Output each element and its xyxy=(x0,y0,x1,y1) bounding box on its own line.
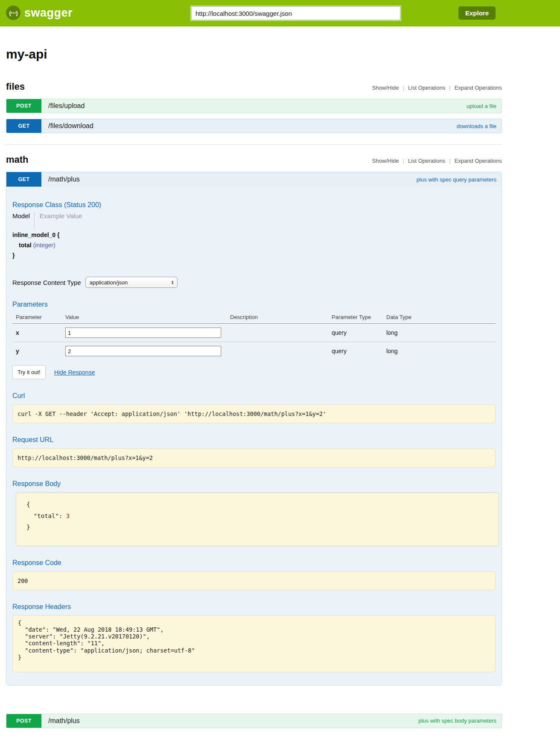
files-expand-operations-link[interactable]: Expand Operations xyxy=(455,85,502,91)
resource-title-math[interactable]: math xyxy=(6,154,29,165)
model-tabs: Model Example Value xyxy=(12,212,496,229)
swagger-brand[interactable]: {⋯} swagger xyxy=(6,6,73,20)
parameters-heading: Parameters xyxy=(12,301,496,308)
try-it-out-row: Try it out! Hide Response xyxy=(12,365,496,379)
operation-row[interactable]: POST /files/upload upload a file xyxy=(6,99,502,113)
col-header-value: Value xyxy=(65,312,230,324)
parameter-type: query xyxy=(332,342,386,360)
response-headers-heading: Response Headers xyxy=(12,603,496,611)
col-header-data-type: Data Type xyxy=(386,312,496,324)
files-list-operations-link[interactable]: List Operations xyxy=(408,85,445,91)
resource-files-head: files Show/Hide|List Operations|Expand O… xyxy=(6,81,502,92)
parameter-x-input[interactable] xyxy=(65,328,221,338)
operation-path[interactable]: /files/download xyxy=(48,122,93,130)
response-body-box: { "total": 3 } xyxy=(16,492,499,546)
link-separator: | xyxy=(449,158,450,164)
response-headers-box: { "date": "Wed, 22 Aug 2018 18:49:13 GMT… xyxy=(12,615,496,672)
response-body-number: 3 xyxy=(66,512,70,519)
col-header-description: Description xyxy=(230,312,332,324)
tab-example-value[interactable]: Example Value xyxy=(34,212,82,229)
property-type: (integer) xyxy=(33,242,55,249)
response-code-box: 200 xyxy=(12,571,496,590)
col-header-parameter-type: Parameter Type xyxy=(332,312,386,324)
spec-url-input[interactable] xyxy=(191,6,400,20)
method-badge-get[interactable]: GET xyxy=(6,172,41,187)
resource-math: math Show/Hide|List Operations|Expand Op… xyxy=(6,144,502,728)
brand-name: swagger xyxy=(24,6,73,20)
response-body-heading: Response Body xyxy=(12,480,496,488)
top-bar: {⋯} swagger Explore xyxy=(0,0,560,26)
parameter-name: x xyxy=(12,324,65,342)
property-name: total xyxy=(19,242,32,249)
resource-files: files Show/Hide|List Operations|Expand O… xyxy=(6,81,502,133)
operation-post-files-upload: POST /files/upload upload a file xyxy=(6,99,502,113)
operation-row[interactable]: POST /math/plus plus with spec body para… xyxy=(6,714,502,728)
operation-post-math-plus: POST /math/plus plus with spec body para… xyxy=(6,714,502,728)
operation-row[interactable]: GET /math/plus plus with spec query para… xyxy=(6,172,502,187)
response-body-text: { "total": xyxy=(26,501,66,519)
operation-expanded-panel: Response Class (Status 200) Model Exampl… xyxy=(6,187,502,685)
try-it-out-button[interactable]: Try it out! xyxy=(12,365,46,379)
parameter-data-type: long xyxy=(386,324,496,342)
parameter-y-input[interactable] xyxy=(65,346,221,356)
request-url-box: http://localhost:3000/math/plus?x=1&y=2 xyxy=(12,448,496,467)
parameter-data-type: long xyxy=(386,342,496,360)
model-name: inline_model_0 { xyxy=(12,231,496,238)
response-content-type-select[interactable]: application/json ▲▼ xyxy=(85,277,178,288)
parameters-header-row: Parameter Value Description Parameter Ty… xyxy=(12,312,496,324)
response-class-heading: Response Class (Status 200) xyxy=(12,201,496,209)
parameters-table: Parameter Value Description Parameter Ty… xyxy=(12,312,496,360)
resource-files-links: Show/Hide|List Operations|Expand Operati… xyxy=(372,85,502,91)
page-title: my-api xyxy=(6,47,502,62)
resource-math-links: Show/Hide|List Operations|Expand Operati… xyxy=(372,158,502,164)
parameter-description xyxy=(230,324,332,342)
math-list-operations-link[interactable]: List Operations xyxy=(408,158,445,164)
selected-content-type: application/json xyxy=(90,279,128,286)
response-code-heading: Response Code xyxy=(12,559,496,567)
explore-button[interactable]: Explore xyxy=(458,6,496,20)
operation-summary[interactable]: downloads a file xyxy=(457,123,496,129)
method-badge-post[interactable]: POST xyxy=(6,714,41,728)
operation-summary[interactable]: plus with spec query parameters xyxy=(417,176,496,183)
request-url-heading: Request URL xyxy=(12,436,496,444)
resource-math-head: math Show/Hide|List Operations|Expand Op… xyxy=(6,154,502,165)
main-content: my-api files Show/Hide|List Operations|E… xyxy=(6,47,502,738)
operation-path[interactable]: /math/plus xyxy=(48,176,80,183)
model-property: total (integer) xyxy=(12,242,496,249)
tab-model[interactable]: Model xyxy=(12,212,34,220)
operation-path[interactable]: /files/upload xyxy=(48,102,85,110)
response-content-type-row: Response Content Type application/json ▲… xyxy=(12,277,496,288)
response-content-type-label: Response Content Type xyxy=(12,279,81,286)
parameter-description xyxy=(230,342,332,360)
files-show-hide-link[interactable]: Show/Hide xyxy=(372,85,399,91)
parameter-name: y xyxy=(12,342,65,360)
method-badge-post[interactable]: POST xyxy=(6,99,41,113)
curl-heading: Curl xyxy=(12,392,496,400)
curl-command-box: curl -X GET --header 'Accept: applicatio… xyxy=(12,404,496,423)
operation-path[interactable]: /math/plus xyxy=(48,717,80,725)
col-header-parameter: Parameter xyxy=(12,312,65,324)
swagger-logo-icon: {⋯} xyxy=(6,6,20,20)
model-signature: inline_model_0 { total (integer) } xyxy=(12,231,496,259)
parameter-row-y: y query long xyxy=(12,342,496,360)
operation-summary[interactable]: plus with spec body parameters xyxy=(418,718,496,724)
parameter-row-x: x query long xyxy=(12,324,496,342)
math-expand-operations-link[interactable]: Expand Operations xyxy=(455,158,502,164)
operation-row[interactable]: GET /files/download downloads a file xyxy=(6,119,502,133)
operation-get-files-download: GET /files/download downloads a file xyxy=(6,119,502,133)
parameter-type: query xyxy=(332,324,386,342)
hide-response-link[interactable]: Hide Response xyxy=(54,369,95,376)
model-close-brace: } xyxy=(12,252,496,259)
method-badge-get[interactable]: GET xyxy=(6,119,41,133)
link-separator: | xyxy=(402,85,404,91)
select-stepper-icon: ▲▼ xyxy=(171,280,174,284)
link-separator: | xyxy=(402,158,404,164)
response-body-text: } xyxy=(26,524,30,530)
operation-get-math-plus: GET /math/plus plus with spec query para… xyxy=(6,172,502,685)
link-separator: | xyxy=(449,85,450,91)
logo-glyph: {⋯} xyxy=(9,10,18,16)
math-show-hide-link[interactable]: Show/Hide xyxy=(372,158,399,164)
resource-title-files[interactable]: files xyxy=(6,81,25,92)
operation-summary[interactable]: upload a file xyxy=(467,103,496,109)
